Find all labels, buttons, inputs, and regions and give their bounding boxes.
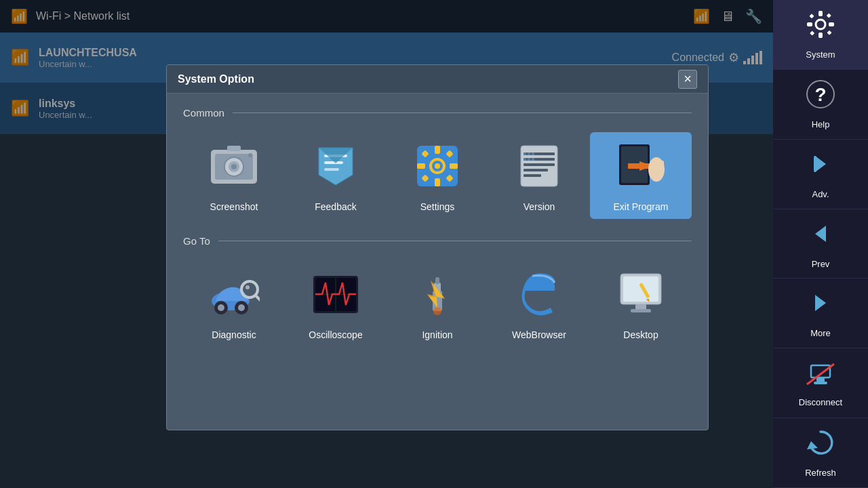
settings-label: Settings xyxy=(420,201,455,212)
exit-program-item[interactable]: Exit Program xyxy=(590,132,692,219)
svg-rect-57 xyxy=(435,277,439,284)
exit-program-icon xyxy=(614,139,668,193)
svg-rect-70 xyxy=(809,14,814,18)
svg-rect-66 xyxy=(818,11,823,16)
desktop-icon xyxy=(614,267,668,321)
svg-rect-29 xyxy=(524,152,526,155)
oscilloscope-item[interactable]: Oscilloscope xyxy=(285,260,387,347)
sidebar-item-help[interactable]: ? Help xyxy=(773,70,868,140)
svg-marker-78 xyxy=(815,226,826,242)
desktop-label: Desktop xyxy=(623,329,658,340)
goto-section-line xyxy=(218,241,692,241)
diagnostic-label: Diagnostic xyxy=(212,329,256,340)
common-icon-grid: Screenshot Feedback xyxy=(183,132,692,219)
svg-rect-18 xyxy=(450,163,458,169)
svg-rect-34 xyxy=(532,158,534,161)
common-label: Common xyxy=(183,107,224,119)
svg-rect-30 xyxy=(528,152,530,155)
svg-rect-26 xyxy=(524,163,555,166)
settings-item[interactable]: Settings xyxy=(387,132,488,219)
feedback-icon xyxy=(309,139,363,193)
sidebar-item-disconnect[interactable]: Disconnect xyxy=(773,348,868,418)
svg-rect-15 xyxy=(435,146,440,154)
sidebar-adv-label: Adv. xyxy=(812,189,829,199)
common-section-header: Common xyxy=(183,107,692,119)
desktop-item[interactable]: Desktop xyxy=(590,260,692,347)
svg-point-58 xyxy=(433,307,441,315)
svg-point-4 xyxy=(231,164,237,169)
goto-section-header: Go To xyxy=(183,235,692,247)
goto-icon-grid: Diagnostic Oscilloscope xyxy=(183,260,692,347)
svg-rect-60 xyxy=(623,277,658,302)
svg-rect-77 xyxy=(814,156,816,172)
svg-rect-17 xyxy=(417,163,425,169)
svg-rect-71 xyxy=(827,13,831,18)
prev-icon xyxy=(806,219,835,255)
svg-marker-76 xyxy=(815,156,826,172)
webbrowser-icon xyxy=(512,267,566,321)
sidebar-system-label: System xyxy=(806,49,835,60)
oscilloscope-label: Oscilloscope xyxy=(309,329,362,340)
svg-rect-31 xyxy=(532,152,534,155)
adv-icon xyxy=(806,149,835,185)
dialog-close-button[interactable]: × xyxy=(678,70,697,89)
svg-point-14 xyxy=(435,163,440,169)
dialog-body: Common Screenshot xyxy=(167,94,708,377)
system-option-dialog: System Option × Common xyxy=(166,64,709,430)
svg-point-47 xyxy=(238,304,245,311)
gear-icon xyxy=(806,9,835,45)
feedback-item[interactable]: Feedback xyxy=(285,132,387,219)
svg-rect-10 xyxy=(324,168,339,171)
svg-rect-61 xyxy=(635,304,646,310)
svg-rect-28 xyxy=(524,174,541,177)
svg-rect-68 xyxy=(807,22,812,26)
diagnostic-icon xyxy=(207,267,261,321)
svg-rect-27 xyxy=(524,169,548,171)
svg-rect-40 xyxy=(652,160,656,172)
sidebar-item-more[interactable]: More xyxy=(773,279,868,348)
version-label: Version xyxy=(524,201,555,212)
svg-rect-42 xyxy=(660,161,664,171)
sidebar-item-refresh[interactable]: Refresh xyxy=(773,418,868,488)
svg-rect-72 xyxy=(810,30,814,35)
sidebar-item-system[interactable]: System xyxy=(773,0,868,70)
svg-point-50 xyxy=(245,285,250,289)
ignition-item[interactable]: Ignition xyxy=(387,260,488,347)
svg-rect-38 xyxy=(628,163,650,169)
diagnostic-item[interactable]: Diagnostic xyxy=(183,260,285,347)
sidebar: System ? Help Adv. Prev xyxy=(773,0,868,488)
svg-rect-67 xyxy=(818,33,823,38)
sidebar-prev-label: Prev xyxy=(812,259,830,269)
ignition-label: Ignition xyxy=(422,329,452,340)
exit-program-label: Exit Program xyxy=(614,201,669,212)
ignition-icon xyxy=(410,267,465,321)
screenshot-item[interactable]: Screenshot xyxy=(183,132,285,219)
goto-label: Go To xyxy=(183,235,210,247)
svg-rect-9 xyxy=(324,161,343,164)
webbrowser-label: WebBrowser xyxy=(512,329,566,340)
disconnect-icon xyxy=(806,359,835,393)
sidebar-help-label: Help xyxy=(812,119,830,129)
sidebar-disconnect-label: Disconnect xyxy=(799,397,842,407)
svg-point-65 xyxy=(816,20,825,29)
version-item[interactable]: Version xyxy=(488,132,590,219)
feedback-label: Feedback xyxy=(315,201,356,212)
svg-rect-32 xyxy=(524,158,526,161)
svg-line-49 xyxy=(256,296,260,300)
oscilloscope-icon xyxy=(309,267,363,321)
help-icon: ? xyxy=(806,79,835,115)
svg-rect-80 xyxy=(811,365,830,378)
webbrowser-item[interactable]: WebBrowser xyxy=(488,260,590,347)
refresh-icon xyxy=(806,428,835,464)
settings-icon xyxy=(410,139,465,193)
svg-rect-41 xyxy=(656,159,660,171)
sidebar-item-prev[interactable]: Prev xyxy=(773,209,868,279)
screenshot-icon xyxy=(207,139,261,193)
svg-point-6 xyxy=(248,153,252,157)
screenshot-label: Screenshot xyxy=(210,201,258,212)
svg-rect-5 xyxy=(227,146,241,151)
sidebar-item-adv[interactable]: Adv. xyxy=(773,140,868,209)
svg-rect-62 xyxy=(631,309,651,312)
svg-rect-16 xyxy=(435,178,440,186)
dialog-title: System Option xyxy=(178,73,254,85)
